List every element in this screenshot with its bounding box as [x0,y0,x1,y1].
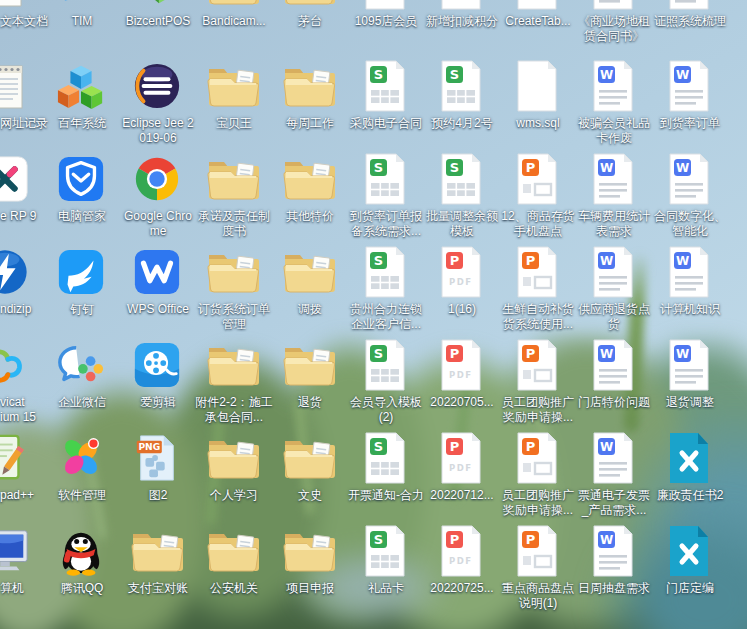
icon-label: 供应商退货点货 [575,302,653,332]
notepadpp-icon [0,430,43,486]
desktop-icon[interactable]: P员工团购推广奖励申请操... [499,430,575,522]
desktop-icon[interactable]: 《商业场地租赁合同书》 [575,0,651,48]
desktop-icon[interactable]: S批量调整余额模板 [423,151,499,243]
icon-label: wms.sql [499,116,577,131]
desktop-icon[interactable]: 茅台 [271,0,347,48]
desktop-icon[interactable]: 个人学习 [195,430,271,522]
svg-text:W: W [600,347,613,361]
desktop-icon[interactable]: S会员导入模板(2) [347,337,423,429]
icon-label: Google Chrome [119,209,197,239]
desktop-icon[interactable]: PPDF20220725... [423,523,499,615]
icon-label: 调拨 [271,302,349,317]
desktop-icon[interactable]: 钉钉 [43,244,119,336]
desktop-icon[interactable]: 公安机关 [195,523,271,615]
icon-label: 每周工作 [271,116,349,131]
desktop-icon[interactable]: PNG图2 [119,430,195,522]
icon-label: 《商业场地租赁合同书》 [575,14,653,44]
desktop-icon[interactable]: W票通电子发票_产品需求... [575,430,651,522]
desktop-icon[interactable]: W到货率订单 [651,58,727,150]
desktop-icon[interactable]: 算机 [0,523,43,615]
desktop-icon[interactable]: 调拨 [271,244,347,336]
lines-file-icon [651,0,727,12]
desktop-icon[interactable]: W合同数字化、智能化 [651,151,727,243]
desktop-icon[interactable]: 1095店会员 [347,0,423,48]
icon-label: 重点商品盘点说明(1) [499,581,577,611]
desktop-icon[interactable]: pad++ [0,430,43,522]
desktop-icon[interactable]: 承诺及责任制度书 [195,151,271,243]
desktop-icon[interactable]: 项目申报 [271,523,347,615]
desktop-icon[interactable]: Bandicam... [195,0,271,48]
icon-label: 钉钉 [43,302,121,317]
desktop-icon[interactable]: W被骗会员礼品卡作废 [575,58,651,150]
desktop-icon[interactable]: WPS Office [119,244,195,336]
desktop-icon[interactable]: 门店定编 [651,523,727,615]
tim-icon [43,0,119,12]
desktop-icon[interactable]: CreateTab... [499,0,575,48]
desktop-icon[interactable]: PPDF20220712... [423,430,499,522]
desktop-icon[interactable]: 退货 [271,337,347,429]
desktop-icon[interactable]: 廉政责任书2 [651,430,727,522]
desktop-icon[interactable]: ndizip [0,244,43,336]
desktop-icon[interactable]: S预约4月2号 [423,58,499,150]
wps-writer-icon: W [651,244,727,300]
desktop-icon[interactable]: S贵州合力连锁企业客户信... [347,244,423,336]
desktop-icon[interactable]: Google Chrome [119,151,195,243]
desktop-icon[interactable]: TIM [43,0,119,48]
desktop-icon[interactable]: 爱剪辑 [119,337,195,429]
desktop-icon[interactable]: P12、商品存货手机盘点 [499,151,575,243]
desktop-icon[interactable]: S到货率订单报备系统需求... [347,151,423,243]
desktop-icon[interactable]: W日周抽盘需求 [575,523,651,615]
svg-text:S: S [374,67,383,82]
pdf-icon: PPDF [423,244,499,300]
icon-label: 软件管理 [43,488,121,503]
desktop-icon[interactable]: W门店特价问题 [575,337,651,429]
desktop-icon[interactable]: 每周工作 [271,58,347,150]
desktop-icon[interactable]: P员工团购推广奖励申请操... [499,337,575,429]
desktop-icon[interactable]: W退货调整 [651,337,727,429]
desktop-icon[interactable]: PPDF20220705... [423,337,499,429]
icon-label: 到货率订单 [651,116,729,131]
desktop-icon[interactable]: P重点商品盘点说明(1) [499,523,575,615]
desktop-icon[interactable]: 订货系统订单管理 [195,244,271,336]
desktop-icon[interactable]: 企业微信 [43,337,119,429]
desktop-icon[interactable]: P生鲜自动补货货系统使用... [499,244,575,336]
desktop-icon[interactable]: W计算机知识 [651,244,727,336]
desktop-icon[interactable]: 百年系统 [43,58,119,150]
desktop-icon[interactable]: 支付宝对账 [119,523,195,615]
icon-label: 附件2-2：施工承包合同... [195,395,273,425]
icon-label: 支付宝对账 [119,581,197,596]
desktop-icon[interactable]: 软件管理 [43,430,119,522]
desktop-icon[interactable]: vicat ium 15 [0,337,43,429]
icon-label: 公安机关 [195,581,273,596]
folder-icon [195,337,271,393]
desktop-icon[interactable]: 附件2-2：施工承包合同... [195,337,271,429]
desktop-icon[interactable]: S开票通知-合力 [347,430,423,522]
desktop-icon[interactable]: S采购电子合同 [347,58,423,150]
desktop-icon[interactable]: 网址记录 [0,58,43,150]
desktop-icon[interactable]: Eclipse Jee 2019-06 [119,58,195,150]
desktop-icon[interactable]: 文史 [271,430,347,522]
text-file-icon [0,0,43,12]
desktop-icon[interactable]: 证照系统梳理 [651,0,727,48]
desktop-icon[interactable]: 新增扣减积分 [423,0,499,48]
plain-file-icon [499,0,575,12]
svg-text:P: P [526,532,536,547]
desktop-icon[interactable]: PPDF1(16) [423,244,499,336]
desktop-icon[interactable]: 其他特价 [271,151,347,243]
desktop-icon[interactable]: 文本文档 [0,0,43,48]
desktop-icon[interactable]: e RP 9 [0,151,43,243]
cubes-icon [43,58,119,114]
desktop-icon[interactable]: W车辆费用统计表需求 [575,151,651,243]
desktop-icon[interactable]: W供应商退货点货 [575,244,651,336]
axure-file-icon [651,523,727,579]
icon-label: 图2 [119,488,197,503]
wps-writer-icon: W [575,430,651,486]
desktop-icon[interactable]: BizcentPOS [119,0,195,48]
desktop-icon[interactable]: wms.sql [499,58,575,150]
icon-label: 企业微信 [43,395,121,410]
wps-writer-icon: W [575,244,651,300]
desktop-icon[interactable]: 宝贝王 [195,58,271,150]
desktop-icon[interactable]: 电脑管家 [43,151,119,243]
desktop-icon[interactable]: 腾讯QQ [43,523,119,615]
desktop-icon[interactable]: S礼品卡 [347,523,423,615]
